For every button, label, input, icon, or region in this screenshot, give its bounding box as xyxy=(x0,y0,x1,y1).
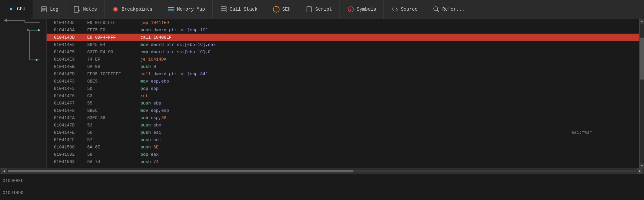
code-row[interactable]: 010414F38BE5mov esp,ebp xyxy=(47,78,639,85)
svg-marker-42 xyxy=(4,19,7,22)
svg-line-32 xyxy=(437,10,439,12)
instruction-cell: pop eax xyxy=(140,152,565,157)
svg-text:--->: ---> xyxy=(20,28,30,32)
code-row[interactable]: 010414F55Dpop ebp xyxy=(47,85,639,92)
tab-cpu[interactable]: CPU xyxy=(0,0,33,19)
h-scroll-track[interactable] xyxy=(8,170,636,172)
breakpoint-dot xyxy=(49,36,53,39)
code-panel: ) at row1 --> ---> 0 xyxy=(0,19,644,168)
address-cell: 010414E2 xyxy=(54,42,87,47)
code-row[interactable]: 010414F6C3ret xyxy=(47,92,639,100)
vertical-scrollbar[interactable]: ▲ ▼ xyxy=(639,19,644,168)
h-scroll-thumb[interactable] xyxy=(8,170,353,172)
bytes-cell: 8BE5 xyxy=(87,79,140,84)
address-cell: 010414D5 xyxy=(54,20,87,25)
svg-rect-20 xyxy=(221,7,226,8)
references-icon xyxy=(433,6,440,13)
code-row[interactable]: 010414FE56push esiesi:"%s" xyxy=(47,129,639,136)
comment-cell: esi:"%s" xyxy=(571,130,638,135)
tab-seh[interactable]: !SEH xyxy=(265,0,298,19)
code-row[interactable]: 010414FA83EC 38sub esp,38 xyxy=(47,114,639,121)
tab-label-cpu: CPU xyxy=(17,6,25,12)
address-cell: 010414F5 xyxy=(54,86,87,91)
scroll-track[interactable] xyxy=(640,24,644,163)
code-row[interactable]: 010414FD53push ebx xyxy=(47,121,639,129)
instruction-cell: ret xyxy=(140,94,565,99)
source-icon xyxy=(391,6,398,13)
bytes-cell: FF95 7CFFFFFF xyxy=(87,72,140,77)
svg-marker-37 xyxy=(38,29,41,32)
code-table[interactable]: 010414D5E9 0FFDFFFFjmp 10411E9010414DAFF… xyxy=(47,19,639,168)
address-cell: 010414F8 xyxy=(54,108,87,113)
tab-bar: CPULogNotesBreakpointsMemory MapCall Sta… xyxy=(0,0,644,19)
bytes-cell: 8945 E4 xyxy=(87,42,140,47)
code-row[interactable]: 010414DAFF75 F0push dword ptr ss:[ebp-10… xyxy=(47,26,639,34)
address-cell: 010414E9 xyxy=(54,57,87,62)
address-cell: 01041502 xyxy=(54,152,87,157)
address-cell: 010414FE xyxy=(54,130,87,135)
seh-icon: ! xyxy=(273,6,280,13)
bytes-cell: 83EC 38 xyxy=(87,115,140,120)
instruction-cell: pop ebp xyxy=(140,86,565,91)
breakpoints-icon xyxy=(112,6,119,13)
code-row[interactable]: 010414F88BECmov ebp,esp xyxy=(47,107,639,114)
tab-label-call-stack: Call Stack xyxy=(230,7,258,12)
instruction-cell: mov ebp,esp xyxy=(140,108,565,113)
code-row[interactable]: 010414FF57push edi xyxy=(47,136,639,143)
bytes-cell: E8 0DF4FFFF xyxy=(87,35,140,40)
scroll-right-button[interactable]: ▶ xyxy=(637,168,643,174)
address-cell: 010414FA xyxy=(54,115,87,120)
address-cell: 010414F7 xyxy=(54,101,87,106)
main-area: ) at row1 --> ---> 0 xyxy=(0,19,644,200)
status-line-2: 010414DD xyxy=(3,190,641,195)
tab-references[interactable]: Refer... xyxy=(425,0,472,19)
svg-marker-38 xyxy=(36,59,38,61)
tab-script[interactable]: Script xyxy=(298,0,339,19)
svg-point-16 xyxy=(114,8,117,11)
tab-label-script: Script xyxy=(315,7,332,12)
scroll-down-button[interactable]: ▼ xyxy=(640,163,644,168)
tab-call-stack[interactable]: Call Stack xyxy=(213,0,265,19)
code-row[interactable]: 010414EDFF95 7CFFFFFFcall dword ptr ss:[… xyxy=(47,70,639,78)
code-row[interactable]: 010414EB6A 00push 0 xyxy=(47,63,639,70)
instruction-cell: push esi xyxy=(140,130,565,135)
address-cell: 010414FD xyxy=(54,123,87,128)
code-row[interactable]: 010414E5837D E4 00cmp dword ptr ss:[ebp-… xyxy=(47,48,639,56)
address-cell: 010414F6 xyxy=(54,94,87,99)
breakpoint-indicator[interactable] xyxy=(48,36,54,39)
code-row[interactable]: 010414E974 EFje 10414DA xyxy=(47,56,639,63)
tab-label-memory-map: Memory Map xyxy=(177,7,205,12)
bytes-cell: 6A 6E xyxy=(87,145,140,150)
svg-rect-17 xyxy=(168,7,174,8)
scroll-left-button[interactable]: ◀ xyxy=(1,168,7,174)
tab-label-references: Refer... xyxy=(442,7,465,12)
tab-source[interactable]: Source xyxy=(384,0,425,19)
code-row[interactable]: 010415006A 6Epush 6E xyxy=(47,143,639,151)
scroll-thumb[interactable] xyxy=(640,38,644,80)
code-row[interactable]: 010414F755push ebp xyxy=(47,100,639,107)
instruction-cell: push ebx xyxy=(140,123,565,128)
address-cell: 010414FF xyxy=(54,137,87,142)
instruction-cell: push 6E xyxy=(140,145,565,150)
horizontal-scrollbar-area[interactable]: ◀ ▶ xyxy=(0,168,644,173)
bytes-cell: 6A 74 xyxy=(87,159,140,164)
tab-notes[interactable]: Notes xyxy=(66,0,105,19)
code-row[interactable]: 0104150258pop eax xyxy=(47,151,639,158)
code-row[interactable]: 010414D5E9 0FFDFFFFjmp 10411E9 xyxy=(47,19,639,26)
code-row[interactable]: 010414DDE8 0DF4FFFFcall 10408EF xyxy=(47,34,639,41)
tab-memory-map[interactable]: Memory Map xyxy=(160,0,213,19)
scroll-up-button[interactable]: ▲ xyxy=(640,19,644,24)
code-row[interactable]: 010414E28945 E4mov dword ptr ss:[ebp-1C]… xyxy=(47,41,639,48)
instruction-cell: cmp dword ptr ss:[ebp-1C],0 xyxy=(140,50,565,55)
bytes-cell: E9 0FFDFFFF xyxy=(87,20,140,25)
code-row[interactable]: 010415036A 74push 74 xyxy=(47,158,639,165)
tab-breakpoints[interactable]: Breakpoints xyxy=(105,0,160,19)
svg-rect-18 xyxy=(168,9,174,10)
svg-rect-21 xyxy=(221,9,226,10)
instruction-cell: mov dword ptr ss:[ebp-1C],eax xyxy=(140,42,565,47)
cpu-icon xyxy=(7,5,15,13)
tab-log[interactable]: Log xyxy=(33,0,66,19)
svg-text:!: ! xyxy=(275,7,277,12)
log-icon xyxy=(40,6,48,13)
tab-symbols[interactable]: SSymbols xyxy=(340,0,384,19)
